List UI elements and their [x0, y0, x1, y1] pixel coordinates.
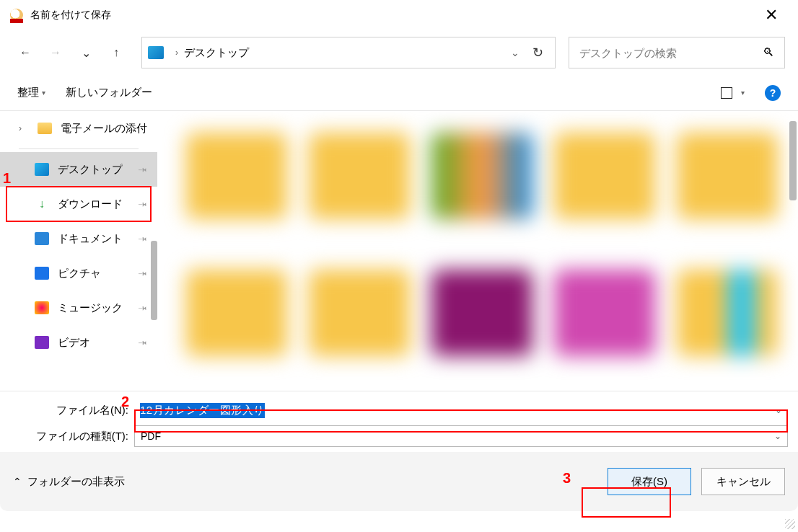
sidebar: › 電子メールの添付 デスクトップ 📌︎ ↓ ダウンロード 📌︎ ドキュメント …: [0, 111, 157, 391]
sidebar-item-label: デスクトップ: [58, 163, 123, 177]
chevron-up-icon: ⌃: [13, 476, 22, 487]
sidebar-item-label: ドキュメント: [58, 232, 123, 246]
breadcrumb-location[interactable]: デスクトップ: [184, 46, 249, 60]
organize-label: 整理: [17, 86, 39, 99]
hide-folders-label: フォルダーの非表示: [27, 475, 125, 489]
up-button[interactable]: ↑: [104, 40, 128, 65]
search-input[interactable]: [579, 47, 763, 59]
sidebar-item-pictures[interactable]: ピクチャ 📌︎: [0, 256, 157, 291]
filename-field[interactable]: 12月カレンダー図形入り ⌄: [134, 399, 788, 421]
folder-icon: [38, 123, 52, 134]
address-bar[interactable]: › デスクトップ ⌄ ↻: [141, 37, 556, 68]
address-dropdown[interactable]: ⌄: [504, 47, 527, 58]
sidebar-item-documents[interactable]: ドキュメント 📌︎: [0, 221, 157, 256]
navigation-row: ← → ⌄ ↑ › デスクトップ ⌄ ↻ 🔍︎: [0, 30, 798, 75]
chevron-down-icon: ▾: [42, 89, 45, 97]
sidebar-root-item[interactable]: › 電子メールの添付: [0, 111, 157, 146]
content-scrollbar[interactable]: [789, 121, 797, 200]
video-icon: [35, 336, 49, 349]
hide-folders-toggle[interactable]: ⌃ フォルダーの非表示: [13, 475, 125, 489]
sidebar-item-label: ミュージック: [58, 301, 123, 315]
save-button[interactable]: 保存(S): [608, 468, 691, 495]
desktop-icon: [35, 163, 49, 176]
toolbar: 整理 ▾ 新しいフォルダー ▾ ?: [0, 75, 798, 111]
search-icon[interactable]: 🔍︎: [763, 46, 774, 59]
file-content-area[interactable]: [157, 111, 798, 391]
view-icon: [721, 87, 732, 99]
new-folder-button[interactable]: 新しいフォルダー: [66, 86, 152, 99]
picture-icon: [35, 267, 49, 280]
back-button[interactable]: ←: [13, 40, 38, 65]
sidebar-item-label: ピクチャ: [58, 267, 101, 280]
resize-grip[interactable]: [785, 519, 795, 529]
window-title: 名前を付けて保存: [30, 9, 111, 22]
search-box[interactable]: 🔍︎: [569, 37, 785, 68]
dialog-footer: ⌃ フォルダーの非表示 保存(S) キャンセル: [0, 452, 798, 511]
pin-icon[interactable]: 📌︎: [136, 162, 150, 177]
sidebar-item-music[interactable]: ミュージック 📌︎: [0, 291, 157, 325]
filetype-label: ファイルの種類(T):: [10, 430, 134, 443]
download-icon: ↓: [35, 198, 49, 210]
filetype-field[interactable]: PDF ⌄: [134, 425, 788, 447]
chevron-down-icon[interactable]: ⌄: [775, 405, 782, 415]
forward-button[interactable]: →: [43, 40, 68, 65]
title-bar: 名前を付けて保存 ✕: [0, 0, 798, 30]
filetype-value: PDF: [141, 430, 161, 442]
location-icon: [148, 46, 164, 59]
refresh-button[interactable]: ↻: [527, 45, 549, 61]
expand-icon[interactable]: ›: [19, 123, 29, 133]
annotation-1: 1: [3, 170, 11, 187]
sidebar-divider: [19, 148, 139, 149]
organize-menu[interactable]: 整理 ▾: [17, 86, 45, 99]
recent-dropdown[interactable]: ⌄: [74, 40, 98, 65]
annotation-3: 3: [563, 470, 571, 487]
sidebar-item-label: ビデオ: [58, 336, 90, 350]
help-button[interactable]: ?: [765, 85, 781, 101]
blurred-content: [165, 118, 776, 384]
chevron-down-icon[interactable]: ⌄: [774, 431, 781, 441]
document-icon: [35, 232, 49, 245]
new-folder-label: 新しいフォルダー: [66, 86, 152, 99]
chevron-right-icon: ›: [175, 48, 178, 58]
pin-icon[interactable]: 📌︎: [136, 335, 150, 350]
pin-icon[interactable]: 📌︎: [136, 301, 150, 315]
view-menu[interactable]: ▾: [721, 87, 745, 99]
sidebar-item-downloads[interactable]: ↓ ダウンロード 📌︎: [0, 187, 157, 221]
music-icon: [35, 301, 49, 314]
pin-icon[interactable]: 📌︎: [136, 231, 150, 246]
sidebar-item-videos[interactable]: ビデオ 📌︎: [0, 325, 157, 360]
annotation-2: 2: [121, 394, 129, 410]
filename-label: ファイル名(N):: [10, 404, 134, 417]
pin-icon[interactable]: 📌︎: [136, 197, 150, 211]
sidebar-root-label: 電子メールの添付: [61, 122, 147, 136]
cancel-button[interactable]: キャンセル: [701, 468, 785, 495]
filename-value[interactable]: 12月カレンダー図形入り: [140, 403, 265, 418]
sidebar-item-label: ダウンロード: [58, 198, 123, 211]
pin-icon[interactable]: 📌︎: [136, 266, 150, 280]
sidebar-item-desktop[interactable]: デスクトップ 📌︎: [0, 152, 157, 187]
close-button[interactable]: ✕: [755, 1, 788, 29]
app-icon: [10, 9, 23, 22]
save-form: ファイル名(N): 12月カレンダー図形入り ⌄ ファイルの種類(T): PDF…: [0, 391, 798, 511]
chevron-down-icon: ▾: [741, 89, 745, 97]
sidebar-scrollbar[interactable]: [151, 241, 157, 320]
